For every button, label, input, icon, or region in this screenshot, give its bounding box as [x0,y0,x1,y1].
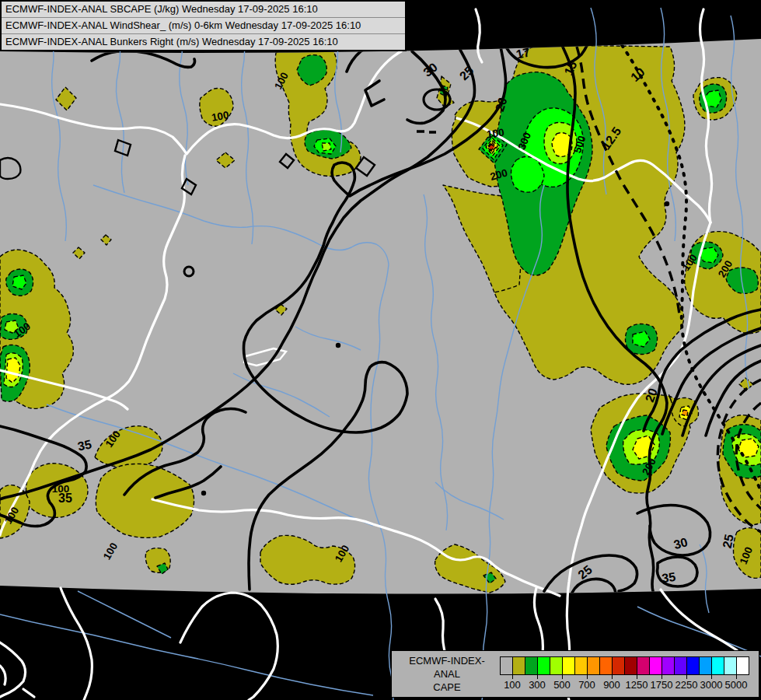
legend-tick-label: 5000 [721,679,752,691]
legend-color-cell [537,656,550,675]
legend-units: J/kg [396,694,497,700]
legend-color-cell [612,656,624,675]
legend-color-cell [525,656,537,675]
legend-color-cell [574,656,587,675]
legend-color-cell [550,656,562,675]
legend-color-cell [500,656,512,675]
legend-title: ECMWF-INDEX-ANAL CAPE J/kg [396,654,497,700]
windshear-contour-label: 17 [515,45,531,61]
title-line-windshear: ECMWF-INDEX-ANAL WindShear_ (m/s) 0-6km … [2,18,405,34]
legend-color-cell [637,656,649,675]
legend-product: ECMWF-INDEX-ANAL [396,654,497,681]
legend-color-cell [674,656,686,675]
legend-color-cell [587,656,599,675]
windshear-contour-label: 35 [661,570,676,585]
legend-color-cell [624,656,637,675]
weather-map-canvas: 3025172015353520253035251012.51001001002… [0,0,761,700]
map-title-block: ECMWF-INDEX-ANAL SBCAPE (J/kg) Wednesday… [0,0,407,51]
legend-color-cell [599,656,612,675]
weather-map-page: { "header": { "lines": [ "ECMWF-INDEX-AN… [0,0,761,700]
legend-color-cell [711,656,724,675]
title-line-bunkers: ECMWF-INDEX-ANAL Bunkers Right (m/s) Wed… [2,34,405,50]
legend-parameter: CAPE [396,681,497,694]
windshear-contour-label: 25 [720,533,735,549]
cape-contour-label: 100 [486,127,504,141]
legend-color-cell [724,656,736,675]
legend-color-cell [649,656,662,675]
title-line-sbcape: ECMWF-INDEX-ANAL SBCAPE (J/kg) Wednesday… [2,2,405,18]
legend-color-cell [512,656,525,675]
legend-color-cell [562,656,574,675]
cape-legend: ECMWF-INDEX-ANAL CAPE J/kg 1003005007009… [391,650,759,698]
windshear-contour-label: 35 [76,437,93,453]
legend-color-cell [662,656,674,675]
legend-color-cell [699,656,711,675]
legend-color-bar [500,656,749,675]
cape-contour-label: 100 [52,483,70,495]
legend-color-cell [736,656,749,675]
legend-color-cell [686,656,699,675]
